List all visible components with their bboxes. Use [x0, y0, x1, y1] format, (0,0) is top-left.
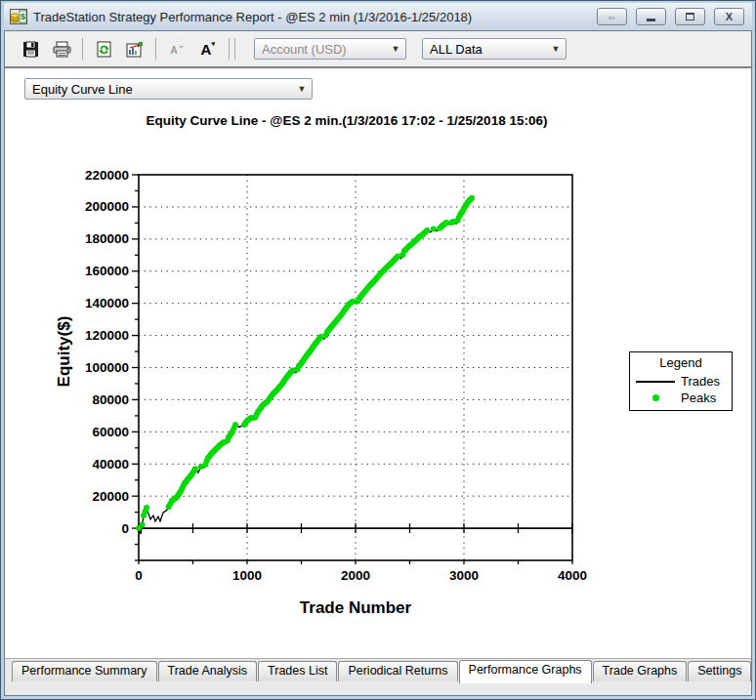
tab-trades-list[interactable]: Trades List — [258, 661, 337, 681]
svg-text:Trade Number: Trade Number — [300, 598, 412, 617]
svg-text:0: 0 — [135, 568, 143, 583]
tab-label: Trade Analysis — [168, 664, 248, 678]
dock-icon: ⇔ — [607, 11, 617, 22]
svg-text:160000: 160000 — [85, 264, 129, 278]
report-settings-icon — [126, 41, 145, 58]
chart-legend: Legend Trades Peaks — [629, 351, 733, 411]
decrease-font-icon: A — [169, 42, 185, 57]
minimize-icon — [647, 19, 655, 21]
close-button[interactable]: X — [714, 8, 744, 25]
toolbar-separator — [155, 38, 156, 60]
svg-text:1000: 1000 — [232, 568, 262, 583]
tab-trade-analysis[interactable]: Trade Analysis — [158, 661, 258, 681]
toolbar-separator — [234, 38, 235, 60]
chart-title: Equity Curve Line - @ES 2 min.(1/3/2016 … — [63, 113, 630, 128]
graph-type-dropdown[interactable]: Equity Curve Line ▼ — [24, 78, 313, 100]
report-settings-button[interactable] — [121, 36, 148, 62]
graph-type-dropdown-value: Equity Curve Line — [32, 82, 133, 97]
dock-button[interactable]: ⇔ — [597, 8, 627, 25]
print-button[interactable] — [48, 36, 75, 62]
app-icon: $ — [10, 9, 27, 24]
print-icon — [53, 41, 71, 58]
svg-text:20000: 20000 — [92, 489, 129, 504]
svg-text:3000: 3000 — [449, 568, 479, 583]
maximize-button[interactable] — [675, 8, 705, 25]
chevron-down-icon: ▼ — [386, 44, 405, 54]
refresh-icon — [96, 41, 112, 58]
refresh-button[interactable] — [90, 36, 117, 62]
tab-label: Performance Summary — [21, 664, 147, 678]
chevron-down-icon: ▼ — [292, 84, 312, 94]
svg-text:200000: 200000 — [85, 199, 129, 214]
legend-item-peaks: Peaks — [630, 390, 732, 406]
svg-text:A: A — [201, 41, 212, 58]
increase-font-icon: A — [199, 41, 217, 58]
data-range-dropdown-value: ALL Data — [430, 42, 483, 57]
svg-text:0: 0 — [121, 521, 129, 536]
toolbar: A A Account (USD) ▼ ALL Data ▼ — [5, 31, 751, 66]
account-dropdown-value: Account (USD) — [262, 42, 347, 57]
title-bar[interactable]: $ TradeStation Strategy Performance Repo… — [4, 3, 752, 30]
svg-text:2000: 2000 — [341, 568, 370, 583]
tab-label: Periodical Returns — [348, 664, 447, 678]
trades-line-marker — [630, 381, 681, 383]
svg-text:$: $ — [21, 12, 25, 21]
tab-label: Performance Graphs — [469, 663, 582, 677]
close-icon: X — [726, 11, 733, 22]
tab-label: Settings — [697, 664, 741, 678]
svg-text:140000: 140000 — [85, 296, 129, 310]
report-app-frame: A A Account (USD) ▼ ALL Data ▼ — [4, 30, 752, 696]
toolbar-separator — [82, 38, 83, 60]
svg-text:Equity($): Equity($) — [55, 316, 73, 388]
legend-item-trades: Trades — [630, 373, 732, 390]
maximize-icon — [686, 13, 694, 21]
increase-font-button[interactable]: A — [194, 36, 222, 62]
tab-label: Trades List — [268, 664, 327, 678]
svg-text:A: A — [170, 45, 177, 56]
tradestation-report-window: $ TradeStation Strategy Performance Repo… — [0, 0, 756, 700]
decrease-font-button[interactable]: A — [163, 36, 190, 62]
tab-performance-summary[interactable]: Performance Summary — [12, 661, 157, 681]
data-range-dropdown[interactable]: ALL Data ▼ — [422, 38, 567, 60]
legend-title: Legend — [630, 355, 732, 370]
tab-label: Trade Graphs — [603, 664, 678, 678]
tab-trade-graphs[interactable]: Trade Graphs — [593, 661, 688, 681]
svg-text:40000: 40000 — [92, 457, 129, 472]
svg-text:4000: 4000 — [558, 568, 587, 583]
svg-text:220000: 220000 — [85, 168, 129, 183]
minimize-button[interactable] — [636, 8, 666, 25]
svg-text:100000: 100000 — [85, 360, 129, 375]
window-title: TradeStation Strategy Performance Report… — [33, 10, 597, 24]
tab-settings[interactable]: Settings — [688, 661, 751, 681]
svg-text:120000: 120000 — [85, 328, 129, 343]
save-icon — [22, 41, 39, 58]
report-tab-bar: Performance SummaryTrade AnalysisTrades … — [5, 658, 751, 695]
save-button[interactable] — [17, 36, 44, 62]
svg-text:60000: 60000 — [92, 425, 129, 439]
chevron-down-icon: ▼ — [546, 44, 566, 54]
toolbar-separator — [229, 38, 230, 60]
legend-label-peaks: Peaks — [681, 391, 716, 405]
report-content: Equity Curve Line ▼ Equity Curve Line - … — [5, 68, 751, 658]
legend-label-trades: Trades — [681, 374, 720, 389]
peaks-dot-marker — [630, 394, 681, 401]
svg-text:180000: 180000 — [85, 231, 129, 246]
tab-performance-graphs[interactable]: Performance Graphs — [459, 660, 592, 683]
svg-text:80000: 80000 — [92, 392, 129, 407]
tab-periodical-returns[interactable]: Periodical Returns — [338, 661, 457, 681]
account-dropdown[interactable]: Account (USD) ▼ — [254, 38, 406, 60]
